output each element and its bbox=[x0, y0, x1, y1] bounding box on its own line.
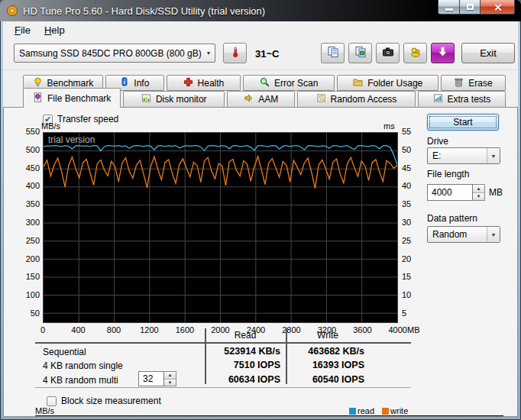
bottom-chart-unit: MB/s bbox=[35, 406, 54, 415]
spinner-up-icon[interactable]: ▲ bbox=[473, 185, 484, 193]
tab-erase[interactable]: Erase bbox=[441, 75, 506, 91]
file-benchmark-icon bbox=[33, 92, 43, 105]
row-random-multi-label: 4 KB random multi bbox=[43, 375, 118, 386]
tab-extra-tests[interactable]: Extra tests bbox=[418, 91, 506, 108]
toolbar: Samsung SSD 845DC PRO 800GB (800 gB) ▼ 3… bbox=[3, 38, 518, 70]
data-pattern-value: Random bbox=[428, 229, 487, 240]
write-legend-label: write bbox=[390, 406, 408, 415]
minimize-button[interactable] bbox=[438, 0, 460, 15]
exit-button-label: Exit bbox=[480, 47, 497, 59]
block-size-checkbox[interactable]: Block size measurement bbox=[47, 396, 161, 406]
speaker-icon bbox=[244, 93, 254, 105]
drive-label: Drive bbox=[427, 136, 448, 147]
start-button-label: Start bbox=[453, 117, 472, 128]
drive-dropdown-value: E: bbox=[428, 150, 487, 161]
exit-button[interactable]: Exit bbox=[461, 43, 515, 63]
magnifier-icon bbox=[260, 77, 270, 89]
queue-depth-input[interactable] bbox=[138, 371, 164, 386]
save-results-button[interactable] bbox=[431, 43, 455, 63]
chevron-down-icon: ▼ bbox=[487, 148, 500, 163]
spinner-down-icon[interactable]: ▼ bbox=[164, 380, 176, 386]
tab-health[interactable]: Health bbox=[167, 75, 241, 91]
tab-disk-monitor-label: Disk monitor bbox=[156, 94, 207, 105]
title-bar: HD Tune Pro 5.60 - Hard Disk/SSD Utility… bbox=[0, 0, 521, 21]
close-icon bbox=[493, 3, 502, 11]
read-legend-swatch bbox=[349, 408, 356, 415]
transfer-speed-label: Transfer speed bbox=[57, 114, 118, 124]
y-axis-left-unit: MB/s bbox=[41, 121, 60, 131]
tab-random-access[interactable]: Random Access bbox=[297, 91, 416, 108]
temperature-button[interactable] bbox=[223, 43, 247, 63]
folder-icon bbox=[353, 77, 363, 89]
copy-text-icon bbox=[327, 46, 339, 61]
copy-text-button[interactable] bbox=[321, 43, 345, 63]
random-multi-read-value: 60634 IOPS bbox=[210, 374, 280, 385]
bar-chart-icon bbox=[141, 93, 151, 105]
random-single-write-value: 16393 IOPS bbox=[291, 360, 364, 370]
table-top-rule bbox=[35, 342, 411, 344]
coins-hand-icon bbox=[409, 46, 422, 61]
block-size-label: Block size measurement bbox=[61, 396, 161, 406]
checkbox-unchecked bbox=[47, 396, 57, 406]
donate-button[interactable] bbox=[403, 43, 427, 63]
row-sequential-label: Sequential bbox=[43, 347, 86, 357]
tab-strip: Benchmark i Info Health Error Scan Folde… bbox=[3, 70, 518, 107]
tab-erase-label: Erase bbox=[468, 78, 492, 89]
spinner-down-icon[interactable]: ▼ bbox=[473, 193, 484, 201]
file-length-label: File length bbox=[427, 169, 469, 179]
window-title: HD Tune Pro 5.60 - Hard Disk/SSD Utility… bbox=[23, 5, 265, 17]
tab-random-access-label: Random Access bbox=[331, 94, 397, 105]
tab-disk-monitor[interactable]: Disk monitor bbox=[123, 91, 225, 108]
table-bottom-rule bbox=[35, 387, 411, 388]
dotted-page-icon bbox=[316, 93, 326, 105]
drive-selector-combobox[interactable]: Samsung SSD 845DC PRO 800GB (800 gB) ▼ bbox=[14, 44, 215, 63]
benchmark-chart: trial version bbox=[43, 132, 398, 323]
thermometer-icon bbox=[230, 47, 241, 60]
menu-bar: File Help bbox=[3, 21, 518, 38]
data-pattern-dropdown[interactable]: Random ▼ bbox=[427, 226, 500, 243]
menu-file[interactable]: File bbox=[8, 22, 37, 38]
menu-help[interactable]: Help bbox=[37, 22, 72, 38]
chevron-down-icon: ▼ bbox=[487, 227, 500, 242]
file-benchmark-panel: ✔ Transfer speed MB/s ms 550500450400350… bbox=[3, 107, 518, 417]
screenshot-button[interactable] bbox=[376, 43, 400, 63]
start-button[interactable]: Start bbox=[427, 114, 499, 131]
drive-dropdown[interactable]: E: ▼ bbox=[427, 147, 500, 164]
sequential-write-value: 463682 KB/s bbox=[291, 346, 364, 357]
data-pattern-label: Data pattern bbox=[427, 213, 477, 224]
chart-legend: read write bbox=[349, 406, 408, 415]
drive-selector-value: Samsung SSD 845DC PRO 800GB (800 gB) bbox=[15, 48, 202, 59]
tab-info-label: Info bbox=[134, 78, 149, 89]
tab-aam[interactable]: AAM bbox=[227, 91, 295, 108]
hd-tune-logo-icon bbox=[6, 5, 18, 17]
tab-health-label: Health bbox=[198, 78, 225, 89]
write-column-header: Write bbox=[293, 330, 363, 341]
app-window: HD Tune Pro 5.60 - Hard Disk/SSD Utility… bbox=[0, 0, 521, 420]
tab-error-scan[interactable]: Error Scan bbox=[243, 75, 335, 91]
copy-image-button[interactable] bbox=[348, 43, 372, 63]
row-random-single-label: 4 KB random single bbox=[43, 360, 123, 371]
tab-file-benchmark-label: File Benchmark bbox=[47, 93, 111, 104]
random-single-read-value: 7510 IOPS bbox=[210, 360, 280, 370]
block-size-chart-strip bbox=[35, 415, 503, 417]
maximize-button[interactable] bbox=[460, 0, 481, 15]
maximize-icon bbox=[467, 4, 474, 10]
file-length-input[interactable] bbox=[427, 184, 473, 201]
read-column-header: Read bbox=[210, 330, 280, 341]
read-legend-label: read bbox=[358, 406, 374, 415]
camera-icon bbox=[382, 46, 394, 61]
random-multi-write-value: 60540 IOPS bbox=[291, 374, 364, 385]
write-legend-swatch bbox=[382, 408, 389, 415]
tab-file-benchmark[interactable]: File Benchmark bbox=[23, 88, 121, 108]
tab-folder-usage[interactable]: Folder Usage bbox=[337, 75, 438, 91]
file-length-stepper: ▲ ▼ MB bbox=[427, 184, 503, 201]
red-cross-icon bbox=[183, 77, 193, 89]
table-divider bbox=[205, 328, 206, 384]
benchmark-chart-svg bbox=[44, 133, 397, 322]
spinner-up-icon[interactable]: ▲ bbox=[164, 372, 176, 380]
close-button[interactable] bbox=[481, 0, 515, 15]
info-icon: i bbox=[120, 77, 129, 89]
file-length-unit: MB bbox=[489, 187, 503, 198]
table-divider bbox=[286, 328, 287, 384]
tab-aam-label: AAM bbox=[258, 94, 278, 105]
